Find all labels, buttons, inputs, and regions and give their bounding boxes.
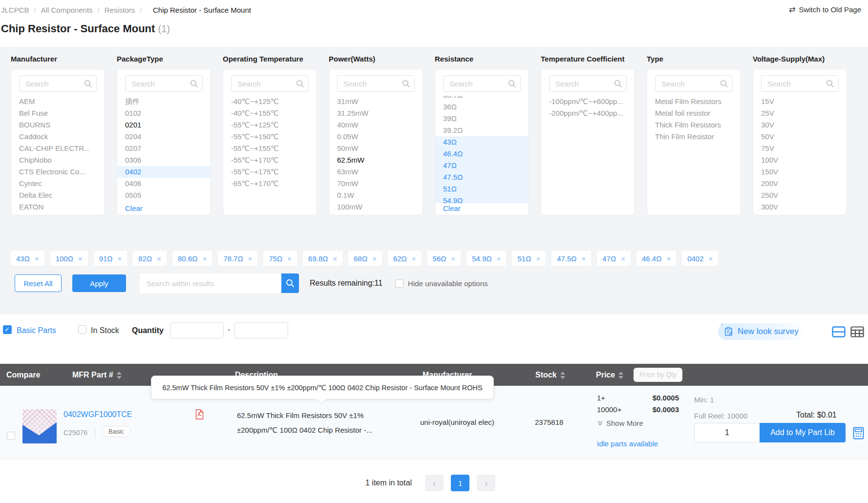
in-stock-checkbox[interactable] <box>78 325 86 334</box>
remove-tag-icon[interactable] <box>372 254 377 263</box>
remove-tag-icon[interactable] <box>118 254 122 263</box>
filter-option[interactable]: 30V <box>753 119 847 131</box>
grid-view-toggle[interactable] <box>850 326 864 337</box>
filter-option[interactable]: -55℃~+175℃ <box>223 166 317 178</box>
new-look-survey-link[interactable]: New look survey <box>718 323 806 340</box>
filter-option[interactable]: 39.2Ω <box>435 125 529 136</box>
filter-tag[interactable]: 51Ω <box>512 251 546 266</box>
filter-option[interactable]: -40℃~+125℃ <box>223 96 317 107</box>
remove-tag-icon[interactable] <box>35 254 39 263</box>
filter-option[interactable]: Metal Film Resistors <box>647 96 741 107</box>
breadcrumb-item[interactable]: Resistors <box>105 6 135 14</box>
filter-tag[interactable]: 82Ω <box>133 251 167 266</box>
apply-button[interactable]: Apply <box>72 274 126 292</box>
filter-option[interactable]: -55℃~+155℃ <box>223 143 317 154</box>
remove-tag-icon[interactable] <box>666 254 671 263</box>
remove-tag-icon[interactable] <box>451 254 456 263</box>
prev-page-button[interactable] <box>425 475 444 491</box>
filter-option[interactable]: Thin Film Resistor <box>647 131 741 143</box>
filter-option[interactable]: Delta Elec <box>11 189 105 201</box>
filter-option[interactable]: 200V <box>753 178 847 189</box>
part-thumbnail[interactable] <box>22 409 57 443</box>
hide-unavailable-checkbox[interactable] <box>395 279 403 288</box>
filter-option[interactable]: -55℃~+150℃ <box>223 131 317 143</box>
filter-option[interactable]: 300V <box>753 201 847 213</box>
filter-tag[interactable]: 78.7Ω <box>218 251 257 266</box>
filter-option[interactable]: 43Ω <box>435 136 529 148</box>
filter-option[interactable]: 0102 <box>117 107 211 119</box>
idle-parts-link[interactable]: Idle parts available <box>597 440 658 448</box>
filter-option[interactable]: 0505 <box>117 189 211 201</box>
filter-option[interactable]: Bel Fuse <box>11 107 105 119</box>
filter-option[interactable]: -55℃~+125℃ <box>223 119 317 131</box>
order-quantity-input[interactable] <box>694 423 760 442</box>
filter-option[interactable]: 40mW <box>329 119 423 131</box>
filter-option[interactable]: 0207 <box>117 143 211 154</box>
filter-option[interactable]: 47.5Ω <box>435 171 529 183</box>
clear-filter-link[interactable]: Clear <box>435 203 529 215</box>
breadcrumb-item[interactable]: JLCPCB <box>1 6 29 14</box>
filter-option[interactable]: BOURNS <box>11 119 105 131</box>
filter-option[interactable]: -65℃~+170℃ <box>223 178 317 189</box>
filter-tag[interactable]: 47Ω <box>597 251 631 266</box>
remove-tag-icon[interactable] <box>582 254 586 263</box>
filter-option[interactable]: 63mW <box>329 166 423 178</box>
reset-all-button[interactable]: Reset All <box>15 274 62 292</box>
list-view-toggle[interactable] <box>832 326 846 337</box>
filter-option[interactable]: 150V <box>753 166 847 178</box>
filter-tag[interactable]: 43Ω <box>11 251 44 266</box>
remove-tag-icon[interactable] <box>621 254 625 263</box>
clear-filter-link[interactable]: Clear <box>117 203 211 215</box>
filter-option[interactable]: Metal foil resistor <box>647 107 741 119</box>
filter-tag[interactable]: 75Ω <box>263 251 297 266</box>
quantity-max-input[interactable] <box>234 322 288 338</box>
filter-option[interactable]: CTS Electronic Co... <box>11 166 105 178</box>
filter-option[interactable]: Caddock <box>11 131 105 143</box>
filter-tag[interactable]: 62Ω <box>388 251 422 266</box>
filter-option[interactable]: Cyntec <box>11 178 105 189</box>
filter-tag[interactable]: 80.6Ω <box>172 251 212 266</box>
remove-tag-icon[interactable] <box>157 254 161 263</box>
filter-option[interactable]: -200ppm/℃~+400pp... <box>541 107 635 119</box>
sort-icon[interactable] <box>618 372 623 379</box>
quantity-min-input[interactable] <box>170 322 224 338</box>
filter-option[interactable]: 15V <box>753 96 847 107</box>
filter-option[interactable]: 100V <box>753 154 847 166</box>
part-number-link[interactable]: 0402WGF1000TCE <box>64 410 132 419</box>
filter-option[interactable]: AEM <box>11 96 105 107</box>
filter-option[interactable]: -40℃~+155℃ <box>223 107 317 119</box>
filter-option[interactable]: 31.25mW <box>329 107 423 119</box>
remove-tag-icon[interactable] <box>709 254 713 263</box>
filter-option[interactable]: 75V <box>753 143 847 154</box>
basic-parts-label[interactable]: Basic Parts <box>17 326 56 335</box>
filter-tag[interactable]: 69.8Ω <box>303 251 342 266</box>
filter-option[interactable]: 36Ω <box>435 101 529 113</box>
remove-tag-icon[interactable] <box>536 254 540 263</box>
price-by-qty-button[interactable]: Price by Qty <box>634 368 682 382</box>
column-header-mfr-part[interactable]: MFR Part # <box>72 364 122 386</box>
filter-option[interactable]: CAL-CHIP ELECTR... <box>11 143 105 154</box>
calculator-icon[interactable] <box>853 427 864 441</box>
filter-option[interactable]: 0.1W <box>329 189 423 201</box>
current-page-button[interactable]: 1 <box>451 475 469 491</box>
column-header-price[interactable]: Price <box>596 364 623 386</box>
filter-option[interactable]: 51Ω <box>435 183 529 195</box>
remove-tag-icon[interactable] <box>497 254 501 263</box>
filter-option[interactable]: 100mW <box>329 201 423 213</box>
filter-option[interactable]: 70mW <box>329 178 423 189</box>
filter-tag[interactable]: 0402 <box>682 251 718 266</box>
filter-option[interactable]: 0402 <box>117 166 211 178</box>
filter-option[interactable]: 0204 <box>117 131 211 143</box>
filter-option[interactable]: 250V <box>753 189 847 201</box>
filter-option[interactable]: 0201 <box>117 119 211 131</box>
remove-tag-icon[interactable] <box>333 254 338 263</box>
sort-icon[interactable] <box>560 372 565 379</box>
filter-option[interactable]: 25V <box>753 107 847 119</box>
filter-tag[interactable]: 68Ω <box>348 251 382 266</box>
sort-icon[interactable] <box>117 372 122 379</box>
filter-option[interactable]: 50mW <box>329 143 423 154</box>
compare-checkbox[interactable] <box>7 432 15 440</box>
remove-tag-icon[interactable] <box>78 254 83 263</box>
filter-option[interactable]: 35.7Ω <box>435 96 529 101</box>
search-within-results-input[interactable] <box>140 273 281 293</box>
